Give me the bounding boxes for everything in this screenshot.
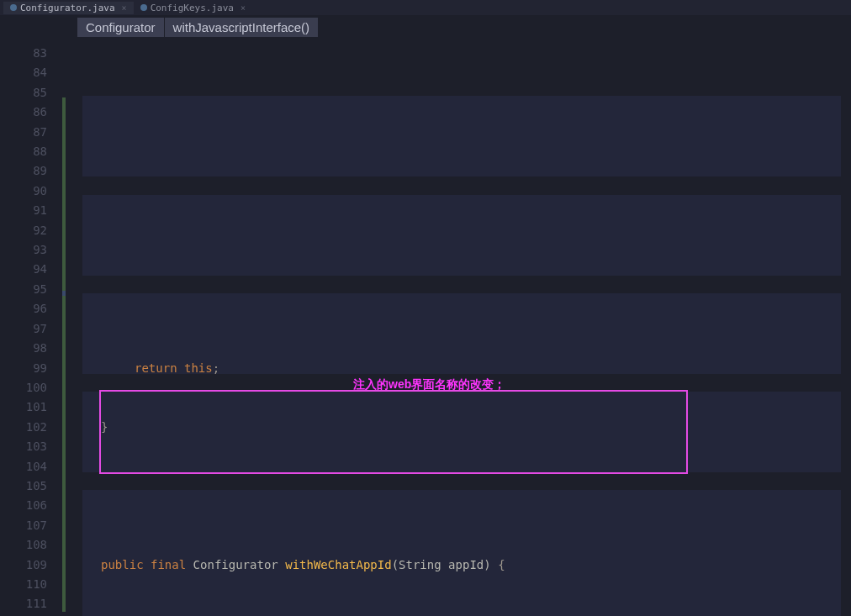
code-line: } <box>67 418 851 437</box>
line-number: 95 <box>0 280 47 299</box>
line-number: 102 <box>0 418 47 437</box>
code-area[interactable]: 注入的web界面名称的改变； return this; } public fin… <box>67 39 851 616</box>
close-icon[interactable]: × <box>122 3 127 13</box>
breadcrumb-method[interactable]: withJavascriptInterface() <box>165 18 320 37</box>
line-number: 85 <box>0 83 47 103</box>
line-number: 94 <box>0 260 47 279</box>
breadcrumb: Configurator withJavascriptInterface() <box>0 15 851 39</box>
line-number: 88 <box>0 142 47 161</box>
line-number: 101 <box>0 398 47 417</box>
line-number: 110 <box>0 575 47 594</box>
line-number-gutter: 8384858687888990919293949596979899100101… <box>0 39 62 616</box>
tab-label: ConfigKeys.java <box>151 3 234 13</box>
line-number: 104 <box>0 457 47 476</box>
line-number: 99 <box>0 359 47 378</box>
line-number: 96 <box>0 299 47 319</box>
tab-configurator[interactable]: Configurator.java × <box>3 2 134 14</box>
breadcrumb-class[interactable]: Configurator <box>77 18 165 37</box>
line-number: 109 <box>0 555 47 575</box>
tab-configkeys[interactable]: ConfigKeys.java × <box>134 2 252 14</box>
line-number: 91 <box>0 201 47 220</box>
java-file-icon <box>140 4 147 11</box>
line-number: 93 <box>0 240 47 260</box>
method-block-bg <box>82 490 841 616</box>
line-number: 106 <box>0 496 47 515</box>
line-number: 87 <box>0 123 47 142</box>
line-number: 97 <box>0 319 47 339</box>
line-number: 89 <box>0 161 47 181</box>
line-number: 103 <box>0 437 47 456</box>
line-number: 105 <box>0 476 47 496</box>
code-line: public final Configurator withWeChatAppI… <box>67 555 851 575</box>
line-number: 98 <box>0 339 47 358</box>
code-editor[interactable]: 8384858687888990919293949596979899100101… <box>0 39 851 616</box>
line-number: 83 <box>0 44 47 63</box>
editor-tabs: Configurator.java × ConfigKeys.java × <box>0 0 851 15</box>
line-number: 107 <box>0 516 47 535</box>
line-number: 111 <box>0 594 47 613</box>
line-number: 92 <box>0 221 47 240</box>
method-block-bg <box>82 195 841 276</box>
line-number: 100 <box>0 378 47 398</box>
line-number: 90 <box>0 182 47 201</box>
tab-label: Configurator.java <box>20 3 115 13</box>
line-number: 86 <box>0 103 47 122</box>
code-line: return this; <box>67 359 851 378</box>
java-file-icon <box>10 4 17 11</box>
line-number: 84 <box>0 63 47 82</box>
close-icon[interactable]: × <box>240 3 246 13</box>
line-number: 108 <box>0 535 47 555</box>
method-block-bg <box>82 96 841 176</box>
code-line <box>67 476 851 496</box>
